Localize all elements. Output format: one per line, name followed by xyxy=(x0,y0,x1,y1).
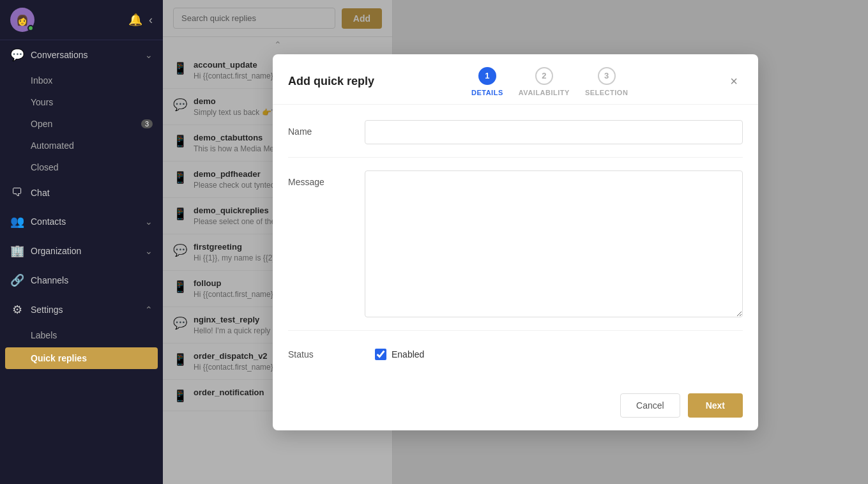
enabled-checkbox-group: Enabled xyxy=(375,349,424,360)
automated-label: Automated xyxy=(31,140,74,151)
status-checkbox[interactable] xyxy=(375,349,386,360)
step-1-circle: 1 xyxy=(478,67,496,85)
modal-title: Add quick reply xyxy=(288,75,374,88)
settings-subnav: Labels Quick replies xyxy=(0,324,163,370)
close-icon[interactable]: × xyxy=(725,72,743,91)
message-label: Message xyxy=(288,170,365,187)
organization-icon: 🏢 xyxy=(10,244,24,258)
chevron-down-icon: ⌄ xyxy=(145,50,153,60)
add-quick-reply-modal: Add quick reply 1 DETAILS 2 AVAILABILITY xyxy=(273,54,758,430)
sidebar-item-channels[interactable]: 🔗 Channels xyxy=(0,266,163,295)
next-button[interactable]: Next xyxy=(688,393,743,418)
sidebar-item-automated[interactable]: Automated xyxy=(0,135,163,156)
quick-replies-label: Quick replies xyxy=(31,353,87,363)
modal-body: Name Message Status Enabled xyxy=(273,105,758,386)
sidebar-item-label: Chat xyxy=(31,188,50,198)
message-field-row: Message xyxy=(288,170,743,331)
message-textarea[interactable] xyxy=(365,170,743,317)
chevron-down-icon: ⌄ xyxy=(145,216,153,227)
name-input[interactable] xyxy=(365,120,743,144)
sidebar-item-yours[interactable]: Yours xyxy=(0,91,163,113)
step-1: 1 DETAILS xyxy=(471,67,503,96)
sidebar-item-label: Settings xyxy=(31,305,63,315)
sidebar-item-labels[interactable]: Labels xyxy=(0,324,163,346)
header-icons: 🔔 ‹ xyxy=(128,13,153,27)
main-content: Add ⌃ 📱 account_update Hi {{contact.firs… xyxy=(163,0,868,484)
notifications-icon[interactable]: 🔔 xyxy=(128,13,142,27)
modal-overlay: Add quick reply 1 DETAILS 2 AVAILABILITY xyxy=(163,0,868,484)
modal-header: Add quick reply 1 DETAILS 2 AVAILABILITY xyxy=(273,54,758,105)
name-field-row: Name xyxy=(288,120,743,158)
step-1-label: DETAILS xyxy=(471,89,503,96)
sidebar-item-settings[interactable]: ⚙ Settings ⌃ xyxy=(0,295,163,324)
nav-section-conversations: 💬 Conversations ⌄ Inbox Yours Open 3 Aut… xyxy=(0,40,163,178)
avatar[interactable]: 👩 xyxy=(10,8,34,32)
nav-section-settings: ⚙ Settings ⌃ Labels Quick replies xyxy=(0,295,163,370)
sidebar-item-quick-replies[interactable]: Quick replies xyxy=(5,347,158,369)
enabled-label: Enabled xyxy=(392,349,424,359)
open-label: Open xyxy=(31,119,52,129)
step-2-label: AVAILABILITY xyxy=(519,89,570,96)
inbox-label: Inbox xyxy=(31,75,52,86)
sidebar-header: 👩 🔔 ‹ xyxy=(0,0,163,40)
conversations-icon: 💬 xyxy=(10,48,24,62)
sidebar-item-inbox[interactable]: Inbox xyxy=(0,70,163,91)
cancel-button[interactable]: Cancel xyxy=(620,393,680,418)
sidebar-item-organization[interactable]: 🏢 Organization ⌄ xyxy=(0,236,163,266)
sidebar-item-label: Organization xyxy=(31,246,81,256)
step-3: 3 SELECTION xyxy=(585,67,628,96)
sidebar-item-closed[interactable]: Closed xyxy=(0,156,163,178)
open-badge: 3 xyxy=(141,119,153,128)
labels-label: Labels xyxy=(31,330,57,340)
closed-label: Closed xyxy=(31,162,59,172)
step-3-circle: 3 xyxy=(598,67,616,85)
sidebar-item-conversations[interactable]: 💬 Conversations ⌄ xyxy=(0,40,163,70)
sidebar-item-open[interactable]: Open 3 xyxy=(0,113,163,135)
step-3-label: SELECTION xyxy=(585,89,628,96)
chat-icon: 🗨 xyxy=(10,186,24,199)
conversations-subnav: Inbox Yours Open 3 Automated Closed xyxy=(0,70,163,178)
chevron-up-icon: ⌃ xyxy=(145,305,153,315)
step-2: 2 AVAILABILITY xyxy=(519,67,570,96)
settings-icon: ⚙ xyxy=(10,303,24,317)
sidebar-item-contacts[interactable]: 👥 Contacts ⌄ xyxy=(0,207,163,236)
channels-icon: 🔗 xyxy=(10,273,24,287)
sidebar-item-label: Channels xyxy=(31,275,68,285)
contacts-icon: 👥 xyxy=(10,215,24,229)
collapse-icon[interactable]: ‹ xyxy=(149,13,153,27)
name-label: Name xyxy=(288,120,365,137)
modal-steps: 1 DETAILS 2 AVAILABILITY 3 xyxy=(471,67,628,96)
sidebar-item-label: Conversations xyxy=(31,50,88,60)
status-label: Status xyxy=(288,349,365,359)
step-2-circle: 2 xyxy=(535,67,553,85)
sidebar: 👩 🔔 ‹ 💬 Conversations ⌄ Inbox Yours Open xyxy=(0,0,163,484)
chevron-down-icon: ⌄ xyxy=(145,246,153,256)
sidebar-item-label: Contacts xyxy=(31,216,66,227)
avatar-emoji: 👩 xyxy=(16,14,29,26)
sidebar-item-chat[interactable]: 🗨 Chat xyxy=(0,178,163,207)
online-indicator xyxy=(27,25,34,31)
status-row: Status Enabled xyxy=(288,344,743,370)
modal-footer: Cancel Next xyxy=(273,386,758,430)
yours-label: Yours xyxy=(31,97,53,107)
